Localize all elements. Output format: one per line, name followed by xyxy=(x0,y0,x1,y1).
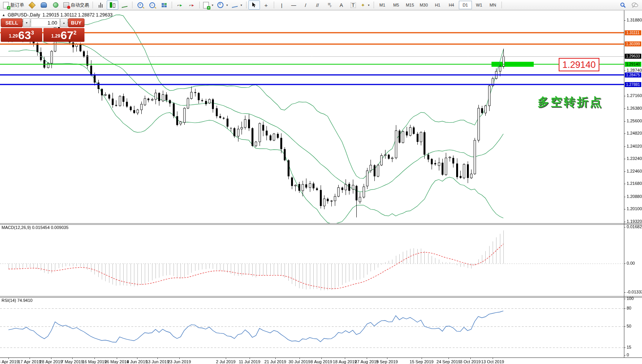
chart-title: ▲ GBPUSD-,Daily 1.29015 1.30112 1.28872 … xyxy=(2,12,113,18)
sell-price-small: 1.29 xyxy=(9,33,18,39)
toolbar: + 新订单 自动交易 + − ⌐▸ ⌐▸ + ▼ ▼ xyxy=(0,0,642,10)
timeframe-h1[interactable]: H1 xyxy=(431,1,444,9)
channel-button[interactable]: // xyxy=(312,0,323,10)
collapse-icon[interactable]: ▲ xyxy=(2,13,5,17)
arrows-button[interactable]: ✦ ▼ xyxy=(359,0,372,10)
timeframe-h4[interactable]: H4 xyxy=(445,1,458,9)
chart-area: ▲ GBPUSD-,Daily 1.29015 1.30112 1.28872 … xyxy=(0,10,642,364)
crosshair-button[interactable]: + xyxy=(260,0,272,10)
zoom-out-icon: − xyxy=(149,2,155,8)
zoom-out-button[interactable]: − xyxy=(146,0,158,10)
candlestick-chart-button[interactable] xyxy=(107,0,118,10)
axis-price-label: 1.29633 xyxy=(625,54,641,59)
bar-chart-icon xyxy=(99,3,103,8)
chat-icon xyxy=(632,2,638,8)
tile-windows-icon xyxy=(162,3,167,7)
ohlc-values: 1.29015 1.30112 1.28872 1.29633 xyxy=(43,12,113,18)
trendline-icon: / xyxy=(305,3,306,8)
signals-icon xyxy=(53,2,58,8)
indicators-icon: + xyxy=(203,2,209,8)
chevron-down-icon: ▼ xyxy=(226,4,228,7)
metaeditor-icon xyxy=(28,2,35,8)
text-label-icon: T xyxy=(351,2,356,8)
community-button[interactable] xyxy=(38,0,50,10)
price-annotation-box[interactable]: 1.29140 xyxy=(559,58,599,71)
vertical-line-icon: | xyxy=(281,3,282,8)
autotrading-button[interactable]: 自动交易 xyxy=(62,0,91,10)
tile-windows-button[interactable] xyxy=(158,0,170,10)
text-button[interactable]: A xyxy=(336,0,347,10)
horizontal-line-button[interactable]: — xyxy=(288,0,299,10)
zoom-in-button[interactable]: + xyxy=(134,0,146,10)
autotrading-label: 自动交易 xyxy=(71,2,89,8)
axis-price-label: 1.30399 xyxy=(625,41,641,46)
horizontal-line-icon: — xyxy=(291,3,296,8)
buy-button[interactable]: BUY xyxy=(68,18,84,27)
cursor-button[interactable] xyxy=(248,0,260,10)
chevron-down-icon: ▼ xyxy=(367,4,370,7)
periods-button[interactable]: ▼ xyxy=(216,0,230,10)
clock-icon xyxy=(217,2,223,8)
chart-canvas[interactable] xyxy=(0,10,642,364)
search-button[interactable] xyxy=(617,0,629,10)
separator xyxy=(199,2,200,8)
chat-button[interactable] xyxy=(629,0,640,10)
candlestick-chart-icon xyxy=(110,2,115,8)
chart-shift-button[interactable]: ⌐▸ xyxy=(186,0,197,10)
arrows-icon: ✦ xyxy=(361,3,365,8)
timeframe-m1[interactable]: M1 xyxy=(376,1,389,9)
channel-icon: // xyxy=(316,3,319,8)
templates-button[interactable]: ▼ xyxy=(230,0,244,10)
chevron-down-icon: ▼ xyxy=(240,4,243,7)
timeframe-mn[interactable]: MN xyxy=(486,1,500,9)
separator xyxy=(246,2,247,8)
sell-price-box[interactable]: 1.29 63 3 xyxy=(1,28,42,42)
metaeditor-button[interactable] xyxy=(26,0,38,10)
timeframe-d1[interactable]: D1 xyxy=(459,1,472,9)
text-icon: A xyxy=(339,3,343,8)
separator xyxy=(374,2,374,8)
axis-price-label: 1.29140 xyxy=(625,62,641,67)
signals-button[interactable] xyxy=(50,0,61,10)
sell-price-sup: 3 xyxy=(31,30,34,36)
separator xyxy=(93,2,93,8)
timeframe-m15[interactable]: M15 xyxy=(404,1,417,9)
text-label-button[interactable]: T xyxy=(347,0,359,10)
buy-price-box[interactable]: 1.29 67 2 xyxy=(43,28,85,42)
vertical-line-button[interactable]: | xyxy=(276,0,288,10)
crosshair-icon: + xyxy=(264,3,268,8)
sell-button[interactable]: SELL xyxy=(1,18,23,27)
new-order-label: 新订单 xyxy=(10,2,24,8)
timeframe-m30[interactable]: M30 xyxy=(417,1,430,9)
line-chart-button[interactable] xyxy=(119,0,130,10)
separator xyxy=(274,2,274,8)
fibonacci-icon: ≡F xyxy=(328,2,331,9)
volume-input[interactable]: 1.00 xyxy=(31,18,60,27)
templates-icon xyxy=(232,2,238,8)
separator xyxy=(172,2,172,8)
trendline-button[interactable]: / xyxy=(300,0,311,10)
indicators-button[interactable]: + ▼ xyxy=(202,0,215,10)
bar-chart-button[interactable] xyxy=(95,0,106,10)
buy-price-small: 1.29 xyxy=(51,33,60,39)
timeframe-group: M1M5M15M30H1H4D1W1MN xyxy=(376,1,500,9)
zoom-in-icon: + xyxy=(137,2,143,8)
separator xyxy=(132,2,132,8)
timeframe-w1[interactable]: W1 xyxy=(473,1,486,9)
volume-decrease-button[interactable]: ▼ xyxy=(23,18,30,27)
auto-scroll-button[interactable]: ⌐▸ xyxy=(174,0,185,10)
rsi-indicator-label: RSI(14) 74.9410 xyxy=(2,298,33,303)
timeframe-m5[interactable]: M5 xyxy=(390,1,403,9)
cursor-icon xyxy=(252,2,256,8)
fibonacci-button[interactable]: ≡F xyxy=(324,0,335,10)
axis-price-label: 1.31111 xyxy=(625,30,641,35)
sell-price-big: 63 xyxy=(18,30,31,41)
search-icon xyxy=(620,2,626,8)
separator xyxy=(501,2,502,8)
auto-scroll-icon: ⌐▸ xyxy=(177,3,182,8)
autotrading-icon xyxy=(63,2,69,8)
volume-increase-button[interactable]: ▲ xyxy=(60,18,68,27)
new-order-button[interactable]: + 新订单 xyxy=(2,0,26,10)
pivot-annotation-text[interactable]: 多空转折点 xyxy=(538,94,603,110)
buy-price-sup: 2 xyxy=(73,30,76,36)
